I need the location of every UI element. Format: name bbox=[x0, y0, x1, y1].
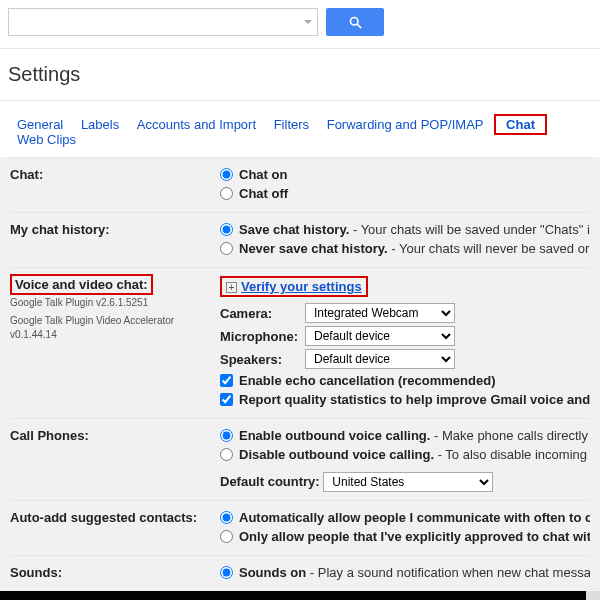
dropdown-caret-icon[interactable] bbox=[304, 20, 312, 24]
search-icon bbox=[348, 15, 363, 30]
disable-calling-desc: - To also disable incoming calls bbox=[434, 447, 590, 462]
default-country-label: Default country: bbox=[220, 474, 320, 489]
svg-point-0 bbox=[350, 17, 358, 25]
history-label: My chat history: bbox=[10, 221, 220, 259]
call-phones-label: Call Phones: bbox=[10, 427, 220, 492]
microphone-label: Microphone: bbox=[220, 329, 305, 344]
default-country-select[interactable]: United States bbox=[323, 472, 493, 492]
search-input[interactable] bbox=[8, 8, 318, 36]
svg-line-1 bbox=[357, 24, 361, 28]
never-save-radio[interactable] bbox=[220, 242, 233, 255]
tab-filters[interactable]: Filters bbox=[274, 117, 309, 132]
search-container bbox=[8, 8, 318, 36]
highlight-box: Voice and video chat: bbox=[10, 274, 153, 295]
autoadd-explicit-radio[interactable] bbox=[220, 530, 233, 543]
voice-label: Voice and video chat: bbox=[15, 277, 148, 292]
highlight-box: Chat bbox=[494, 114, 547, 135]
camera-label: Camera: bbox=[220, 306, 305, 321]
autoadd-explicit-text: Only allow people that I've explicitly a… bbox=[239, 529, 590, 544]
enable-calling-desc: - Make phone calls directly from bbox=[430, 428, 590, 443]
highlight-box: +Verify your settings bbox=[220, 276, 368, 297]
disable-calling-bold: Disable outbound voice calling. bbox=[239, 447, 434, 462]
tab-general[interactable]: General bbox=[17, 117, 63, 132]
settings-tabs: General Labels Accounts and Import Filte… bbox=[0, 101, 600, 157]
sounds-on-bold: Sounds on bbox=[239, 565, 306, 580]
sounds-on-desc: - Play a sound notification when new cha… bbox=[306, 565, 590, 580]
save-history-radio[interactable] bbox=[220, 223, 233, 236]
save-history-desc: - Your chats will be saved under "Chats"… bbox=[349, 222, 590, 237]
page-title: Settings bbox=[0, 49, 600, 100]
autoadd-allow-text: Automatically allow people I communicate… bbox=[239, 510, 590, 525]
chat-on-text: Chat on bbox=[239, 167, 287, 182]
tab-accounts[interactable]: Accounts and Import bbox=[137, 117, 256, 132]
autoadd-label: Auto-add suggested contacts: bbox=[10, 509, 220, 547]
never-save-bold: Never save chat history. bbox=[239, 241, 388, 256]
echo-text: Enable echo cancellation (recommended) bbox=[239, 373, 495, 388]
plugin-version-2: Google Talk Plugin Video Accelerator v0.… bbox=[10, 314, 220, 342]
sounds-label: Sounds: bbox=[10, 564, 220, 583]
camera-select[interactable]: Integrated Webcam bbox=[305, 303, 455, 323]
chat-on-radio[interactable] bbox=[220, 168, 233, 181]
save-history-bold: Save chat history. bbox=[239, 222, 349, 237]
disable-calling-radio[interactable] bbox=[220, 448, 233, 461]
chat-off-radio[interactable] bbox=[220, 187, 233, 200]
sounds-on-radio[interactable] bbox=[220, 566, 233, 579]
search-button[interactable] bbox=[326, 8, 384, 36]
bottom-bar bbox=[0, 591, 600, 600]
enable-calling-bold: Enable outbound voice calling. bbox=[239, 428, 430, 443]
tab-forwarding[interactable]: Forwarding and POP/IMAP bbox=[327, 117, 484, 132]
verify-settings-link[interactable]: Verify your settings bbox=[241, 279, 362, 294]
chat-off-text: Chat off bbox=[239, 186, 288, 201]
tab-labels[interactable]: Labels bbox=[81, 117, 119, 132]
speakers-select[interactable]: Default device bbox=[305, 349, 455, 369]
tab-chat[interactable]: Chat bbox=[506, 117, 535, 132]
chat-label: Chat: bbox=[10, 166, 220, 204]
microphone-select[interactable]: Default device bbox=[305, 326, 455, 346]
never-save-desc: - Your chats will never be saved or sear… bbox=[388, 241, 590, 256]
echo-checkbox[interactable] bbox=[220, 374, 233, 387]
speakers-label: Speakers: bbox=[220, 352, 305, 367]
tab-webclips[interactable]: Web Clips bbox=[17, 132, 76, 147]
plus-icon[interactable]: + bbox=[226, 282, 237, 293]
enable-calling-radio[interactable] bbox=[220, 429, 233, 442]
report-checkbox[interactable] bbox=[220, 393, 233, 406]
autoadd-allow-radio[interactable] bbox=[220, 511, 233, 524]
plugin-version-1: Google Talk Plugin v2.6.1.5251 bbox=[10, 296, 220, 310]
report-text: Report quality statistics to help improv… bbox=[239, 392, 590, 407]
